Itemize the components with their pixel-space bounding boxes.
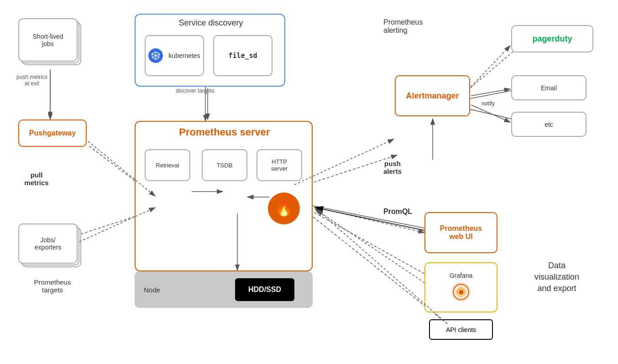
svg-line-23 <box>152 56 155 58</box>
pagerduty-box: pagerduty <box>511 25 593 52</box>
prometheus-flame-icon: 🔥 <box>268 192 300 224</box>
pull-metrics-label: pullmetrics <box>11 171 62 187</box>
svg-line-24 <box>157 55 159 57</box>
etc-label: etc <box>545 121 553 128</box>
node-label: Node <box>144 286 160 294</box>
push-metrics-label: push metricsat exit <box>9 74 55 87</box>
alerting-title: Prometheusalerting <box>383 18 423 35</box>
architecture-diagram: Short-livedjobs push metricsat exit Push… <box>0 0 618 364</box>
tsdb-box: TSDB <box>202 149 247 181</box>
short-lived-jobs-label: Short-livedjobs <box>33 33 63 47</box>
api-clients-label: API clients <box>446 326 476 333</box>
short-lived-jobs: Short-livedjobs <box>18 18 82 68</box>
grafana-icon <box>450 281 472 303</box>
file-sd-label: file_sd <box>228 52 257 60</box>
hdd-ssd-box: HDD/SSD <box>235 278 294 301</box>
data-visualization-label: Datavisualizationand export <box>516 260 598 295</box>
alertmanager-box: Alertmanager <box>395 75 470 116</box>
grafana-content: Grafana <box>450 272 473 303</box>
discover-targets-label: discover targets <box>176 88 215 94</box>
jobs-exporters-label: Jobs/exporters <box>35 236 61 251</box>
svg-line-39 <box>471 46 510 87</box>
push-alerts-label: pushalerts <box>383 160 402 175</box>
kubernetes-label: kubernetes <box>168 52 200 59</box>
email-box: Email <box>511 75 587 100</box>
notify-label: notify <box>482 100 495 107</box>
svg-line-40 <box>471 89 510 96</box>
pagerduty-label: pagerduty <box>532 34 572 44</box>
file-sd-box: file_sd <box>213 35 272 76</box>
kubernetes-box: kubernetes <box>145 35 204 76</box>
grafana-box: Grafana <box>424 262 498 312</box>
grafana-label: Grafana <box>450 272 473 279</box>
prometheus-server-title: Prometheus server <box>136 126 314 138</box>
kubernetes-icon <box>148 48 163 63</box>
service-discovery-title: Service discovery <box>136 18 286 28</box>
prometheus-server-box: Prometheus server Retrieval TSDB HTTPser… <box>135 121 313 271</box>
svg-line-41 <box>471 105 510 122</box>
prometheus-targets-label: Prometheustargets <box>18 278 87 294</box>
svg-line-29 <box>315 209 424 283</box>
http-server-box: HTTPserver <box>257 149 302 181</box>
jobs-exporters: Jobs/exporters <box>18 224 82 269</box>
service-discovery-box: Service discovery kubernetes file_sd <box>135 14 285 87</box>
pushgateway-box: Pushgateway <box>18 120 87 147</box>
etc-box: etc <box>511 112 587 137</box>
prometheus-web-ui-box: Prometheusweb UI <box>424 212 498 253</box>
email-label: Email <box>541 84 557 92</box>
promql-label: PromQL <box>383 208 412 216</box>
retrieval-box: Retrieval <box>145 149 190 181</box>
node-storage-box: Node HDD/SSD <box>135 271 313 308</box>
svg-point-18 <box>155 55 157 56</box>
api-clients-box: API clients <box>429 319 493 340</box>
